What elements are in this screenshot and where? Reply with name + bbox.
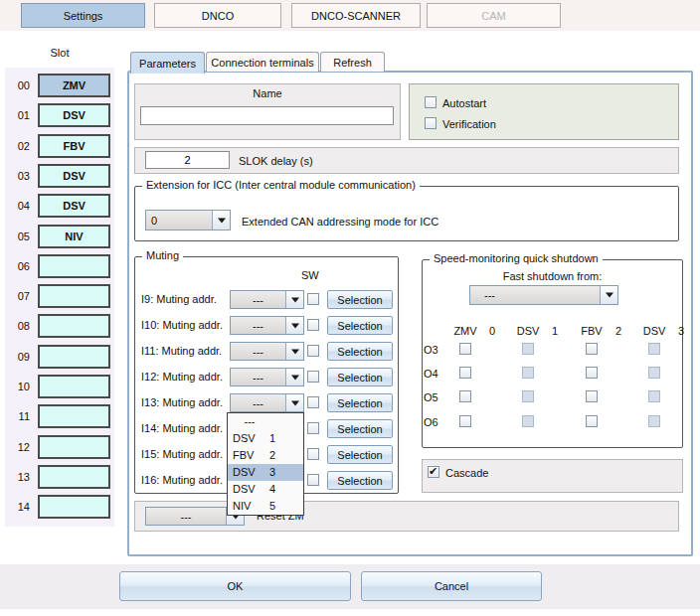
slot-box-10[interactable] [38,375,110,398]
slot-number: 00 [6,79,30,91]
muting-row-label: I16: Muting addr. [141,474,223,486]
muting-addr-dropdown[interactable]: --- [230,342,304,361]
sw-checkbox[interactable] [307,345,319,357]
dropdown-option[interactable]: FBV2 [228,447,303,464]
speed-checkbox[interactable] [459,343,471,355]
slot-number: 02 [6,140,30,152]
speed-checkbox[interactable] [459,367,471,379]
speed-checkbox[interactable] [522,343,534,355]
slot-box-08[interactable] [38,314,110,338]
icc-mode-dropdown[interactable]: 0 [145,210,231,231]
muting-addr-dropdown[interactable]: --- [230,316,304,335]
slot-box-13[interactable] [38,465,110,489]
slot-box-02[interactable]: FBV [38,134,110,158]
muting-addr-dropdown[interactable]: --- [230,393,304,412]
slot-box-04[interactable]: DSV [38,194,110,218]
selection-button[interactable]: Selection [327,471,393,490]
sw-checkbox[interactable] [307,293,319,305]
startup-options-panel [409,83,679,140]
speed-checkbox[interactable] [648,367,660,379]
speed-col-name: ZMV [443,325,487,337]
ok-button[interactable]: OK [119,571,351,601]
selection-button[interactable]: Selection [327,393,393,412]
cascade-checkbox[interactable] [428,466,439,478]
dropdown-arrow-icon [285,369,303,385]
icc-mode-dropdown-value: 0 [146,215,212,227]
selection-button[interactable]: Selection [327,316,393,335]
slot-box-03[interactable]: DSV [38,164,110,188]
top-tab-dnco[interactable]: DNCO [154,3,281,28]
speed-checkbox[interactable] [459,415,471,427]
slot-box-01[interactable]: DSV [38,103,110,127]
option-number: 5 [269,500,275,512]
sw-checkbox[interactable] [307,319,319,331]
muting-addr-dropdown[interactable]: --- [230,368,304,386]
sw-checkbox[interactable] [307,371,319,383]
sw-checkbox[interactable] [307,448,319,460]
tab-connection-terminals[interactable]: Connection terminals [206,52,319,72]
muting-group-title: Muting [142,249,183,261]
verification-label: Verification [442,118,496,130]
top-tab-dnco-scanner[interactable]: DNCO-SCANNER [291,3,421,28]
slot-box-06[interactable] [38,254,110,278]
speed-checkbox[interactable] [648,343,660,355]
dropdown-option[interactable]: DSV3 [228,464,303,481]
verification-checkbox[interactable] [425,117,437,129]
dropdown-arrow-icon [600,286,617,304]
slot-box-00[interactable]: ZMV [38,74,110,97]
settings-window: SettingsDNCODNCO-SCANNERCAM Slot 00ZMV01… [0,0,700,616]
selection-button[interactable]: Selection [327,445,393,464]
speed-checkbox[interactable] [459,390,471,402]
slot-box-09[interactable] [38,345,110,369]
top-tab-cam: CAM [427,3,561,28]
selection-button[interactable]: Selection [327,368,393,386]
sw-checkbox[interactable] [307,396,319,408]
tab-parameters[interactable]: Parameters [130,52,205,74]
cascade-label: Cascade [445,467,488,479]
dropdown-arrow-icon [285,317,303,334]
option-number: 4 [269,483,275,495]
speed-col-num: 1 [548,325,562,337]
dropdown-option[interactable]: --- [228,413,303,430]
dropdown-option[interactable]: DSV4 [228,481,303,498]
dropdown-option[interactable]: DSV1 [228,430,303,447]
option-number: 3 [269,466,275,478]
tab-refresh[interactable]: Refresh [320,52,385,72]
option-name: NIV [233,500,251,512]
speed-row-label: O5 [424,391,438,403]
option-number: 1 [269,432,275,444]
speed-checkbox[interactable] [522,390,534,402]
name-input[interactable] [140,106,394,125]
slot-box-12[interactable] [38,435,110,459]
speed-checkbox[interactable] [586,343,598,355]
slot-box-11[interactable] [38,404,110,428]
speed-col-num: 3 [674,325,688,337]
option-name: FBV [233,449,254,461]
slot-box-14[interactable] [38,495,110,519]
selection-button[interactable]: Selection [327,290,393,309]
top-tab-settings[interactable]: Settings [21,3,145,28]
speed-checkbox[interactable] [648,390,660,402]
selection-button[interactable]: Selection [327,419,393,438]
option-name: DSV [233,466,256,478]
slot-number: 10 [6,381,30,392]
cancel-button[interactable]: Cancel [361,571,542,601]
speed-checkbox[interactable] [586,367,598,379]
sw-checkbox[interactable] [307,422,319,434]
slok-delay-input[interactable] [145,151,230,169]
sw-checkbox[interactable] [307,474,319,486]
speed-col-num: 0 [485,325,499,337]
fast-shutdown-dropdown[interactable]: --- [469,285,618,305]
autostart-checkbox[interactable] [425,96,437,108]
speed-checkbox[interactable] [522,415,534,427]
slot-box-05[interactable]: NIV [38,225,110,248]
speed-checkbox[interactable] [586,415,598,427]
dropdown-option[interactable]: NIV5 [228,498,303,515]
selection-button[interactable]: Selection [327,342,393,361]
speed-checkbox[interactable] [586,390,598,402]
slot-box-07[interactable] [38,284,110,308]
speed-checkbox[interactable] [522,367,534,379]
muting-addr-dropdown[interactable]: --- [230,290,304,309]
option-name: DSV [233,483,256,495]
speed-checkbox[interactable] [648,415,660,427]
